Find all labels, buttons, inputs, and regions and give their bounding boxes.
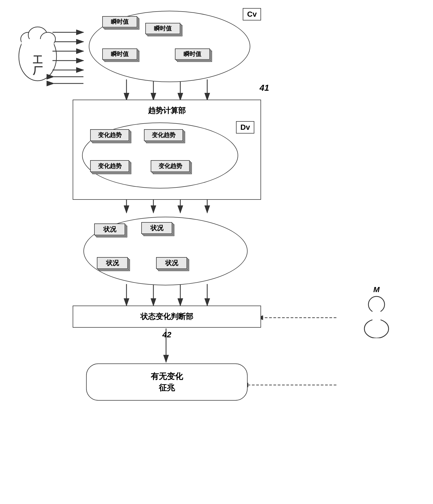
trend-box: 趋势计算部 Dv 变化趋势 变化趋势 — [73, 100, 261, 200]
label-41: 41 — [259, 83, 269, 93]
status-label-2: 状况 — [141, 222, 172, 234]
factory-cloud-svg: 工 厂 — [16, 22, 59, 86]
instant-stack-1: 瞬时值 — [102, 16, 137, 27]
trend-stack-4: 变化趋势 — [151, 160, 190, 172]
dv-section: Dv 变化趋势 变化趋势 变化趋势 — [79, 118, 254, 194]
svg-rect-29 — [22, 39, 54, 47]
judge-title: 状态变化判断部 — [79, 312, 255, 322]
factory-cloud: 工 厂 — [16, 22, 62, 75]
svg-point-33 — [364, 319, 389, 338]
status-section: 状况 状况 状况 状况 — [73, 215, 261, 288]
instant-stack-3: 瞬时值 — [102, 48, 137, 60]
trend-stack-1: 变化趋势 — [90, 129, 129, 141]
trend-label-3: 变化趋势 — [90, 160, 129, 172]
person-label-m: M — [373, 285, 379, 294]
dv-label: Dv — [240, 123, 250, 131]
svg-text:工: 工 — [33, 54, 43, 65]
status-label-1: 状况 — [94, 223, 125, 235]
trend-stack-2: 变化趋势 — [144, 129, 183, 141]
trend-title: 趋势计算部 — [79, 106, 255, 116]
cv-label-box: Cv — [243, 8, 261, 20]
status-stack-4: 状况 — [156, 257, 187, 269]
instant-stack-2: 瞬时值 — [145, 23, 180, 34]
instant-value-label-4: 瞬时值 — [175, 48, 210, 60]
cv-label: Cv — [247, 10, 257, 18]
result-box: 有无变化 征兆 — [86, 363, 248, 401]
instant-value-label-3: 瞬时值 — [102, 48, 137, 60]
judge-box: 状态变化判断部 42 — [73, 306, 261, 328]
result-line1: 有无变化 — [151, 372, 183, 381]
trend-label-4: 变化趋势 — [151, 160, 190, 172]
svg-text:厂: 厂 — [33, 65, 43, 76]
status-stack-3: 状况 — [97, 257, 128, 269]
trend-label-1: 变化趋势 — [90, 129, 129, 141]
result-title: 有无变化 征兆 — [92, 371, 242, 393]
diagram-container: 工 厂 Cv 瞬时值 瞬时值 瞬时值 — [0, 0, 433, 504]
status-label-4: 状况 — [156, 257, 187, 269]
instant-value-label-2: 瞬时值 — [145, 23, 180, 34]
svg-rect-34 — [372, 311, 381, 321]
svg-point-32 — [368, 296, 385, 313]
cv-section: Cv 瞬时值 瞬时值 瞬时值 瞬时值 41 — [86, 5, 264, 89]
status-stack-1: 状况 — [94, 223, 125, 235]
person-figure — [363, 295, 390, 338]
person-section: M — [363, 285, 390, 338]
dv-label-box: Dv — [236, 121, 254, 134]
trend-stack-3: 变化趋势 — [90, 160, 129, 172]
label-42: 42 — [162, 330, 171, 339]
trend-label-2: 变化趋势 — [144, 129, 183, 141]
instant-stack-4: 瞬时值 — [175, 48, 210, 60]
status-stack-2: 状况 — [141, 222, 172, 234]
status-label-3: 状况 — [97, 257, 128, 269]
instant-value-label-1: 瞬时值 — [102, 16, 137, 27]
result-line2: 征兆 — [159, 383, 175, 392]
